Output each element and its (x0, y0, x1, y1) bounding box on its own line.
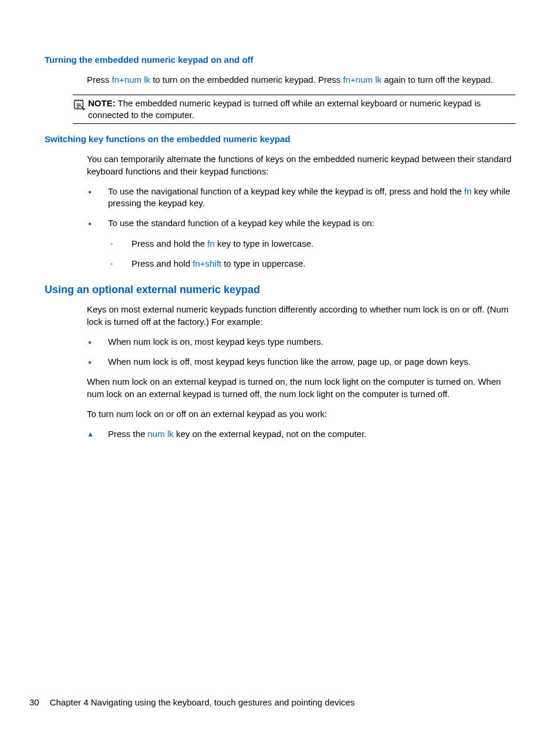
list-item: When num lock is on, most keypad keys ty… (87, 336, 515, 348)
heading-turning-keypad: Turning the embedded numeric keypad on a… (45, 54, 515, 66)
note-icon (73, 98, 86, 114)
key-plus: + (350, 75, 356, 85)
key-fn: fn (464, 186, 472, 196)
list-item: When num lock is off, most keypad keys f… (87, 356, 515, 368)
text-fragment: Press and hold the (131, 238, 207, 248)
document-page: Turning the embedded numeric keypad on a… (0, 0, 560, 746)
bullet-list: When num lock is on, most keypad keys ty… (87, 336, 515, 368)
list-item: To use the navigational function of a ke… (87, 186, 515, 210)
bullet-list: To use the navigational function of a ke… (87, 186, 515, 270)
heading-external-keypad: Using an optional external numeric keypa… (45, 283, 515, 297)
text-fragment: Press the (108, 429, 148, 439)
para-numlock-light: When num lock on an external keypad is t… (87, 376, 515, 400)
page-number: 30 (29, 697, 39, 707)
body-section3: Keys on most external numeric keypads fu… (87, 304, 515, 440)
text-fragment: to turn on the embedded numeric keypad. … (150, 75, 343, 85)
list-item: Press and hold fn+shift to type in upper… (108, 258, 515, 270)
heading-switching-functions: Switching key functions on the embedded … (45, 133, 515, 145)
body-section2: You can temporarily alternate the functi… (87, 153, 515, 270)
key-numlk: num lk (148, 429, 174, 439)
triangle-list: Press the num lk key on the external key… (87, 428, 515, 440)
key-fn: fn (343, 75, 351, 85)
chapter-title: Chapter 4 Navigating using the keyboard,… (50, 697, 355, 707)
key-numlk: num lk (356, 75, 382, 85)
para-turn-numlock: To turn num lock on or off on an externa… (87, 408, 515, 420)
text-fragment: Press (87, 75, 112, 85)
key-fn: fn (112, 75, 120, 85)
sub-bullet-list: Press and hold the fn key to type in low… (108, 238, 515, 270)
list-item: Press and hold the fn key to type in low… (108, 238, 515, 250)
text-fragment: To use the standard function of a keypad… (108, 218, 375, 228)
list-item: Press the num lk key on the external key… (87, 428, 515, 440)
text-fragment: again to turn off the keypad. (382, 75, 493, 85)
text-fragment: key on the external keypad, not on the c… (174, 429, 367, 439)
note-box: NOTE: The embedded numeric keypad is tur… (73, 95, 515, 125)
key-shift: shift (205, 258, 222, 268)
text-fragment: to type in uppercase. (221, 258, 305, 268)
note-label: NOTE: (88, 98, 116, 108)
page-footer: 30Chapter 4 Navigating using the keyboar… (29, 697, 355, 708)
text-fragment: key to type in lowercase. (215, 238, 313, 248)
text-fragment: To use the navigational function of a ke… (108, 186, 464, 196)
text-fragment: Press and hold (131, 258, 193, 268)
key-fn: fn (207, 238, 215, 248)
para-external-intro: Keys on most external numeric keypads fu… (87, 304, 515, 328)
key-numlk: num lk (124, 75, 150, 85)
list-item: To use the standard function of a keypad… (87, 217, 515, 270)
key-fn: fn (193, 258, 200, 268)
key-plus: + (200, 258, 205, 268)
note-text: The embedded numeric keypad is turned of… (88, 98, 481, 120)
para-turn-on-off: Press fn+num lk to turn on the embedded … (87, 74, 515, 86)
note-body: NOTE: The embedded numeric keypad is tur… (88, 98, 515, 122)
body-section1: Press fn+num lk to turn on the embedded … (87, 74, 515, 86)
para-switch-intro: You can temporarily alternate the functi… (87, 153, 515, 177)
key-plus: + (119, 75, 124, 85)
